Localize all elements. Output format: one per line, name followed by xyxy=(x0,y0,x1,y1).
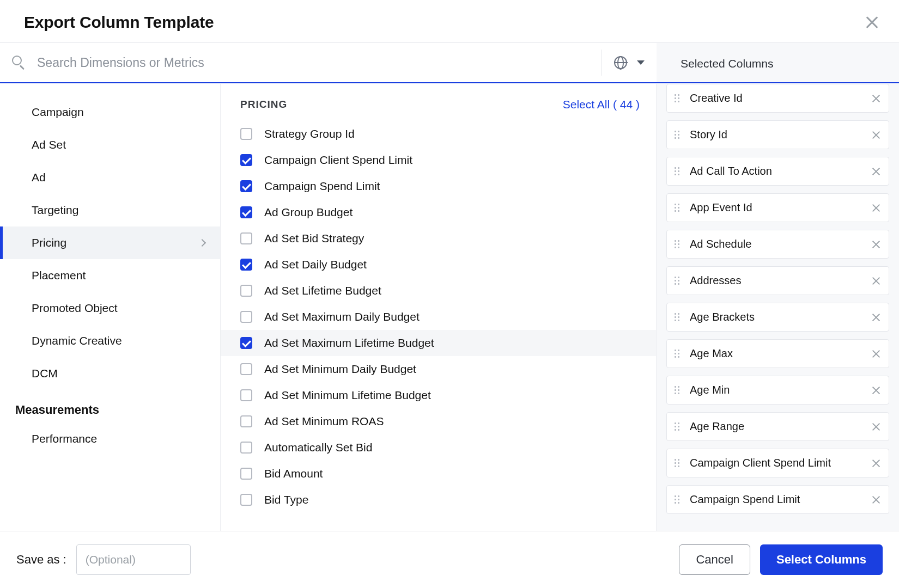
remove-icon[interactable] xyxy=(871,385,881,395)
drag-handle-icon[interactable] xyxy=(675,277,682,285)
checkbox[interactable] xyxy=(240,206,252,218)
selected-chip[interactable]: App Event Id xyxy=(666,193,889,222)
option-label: Campaign Client Spend Limit xyxy=(264,154,412,167)
nav-item[interactable]: DCM xyxy=(0,357,220,390)
option-row[interactable]: Ad Set Daily Budget xyxy=(221,252,656,278)
close-icon[interactable] xyxy=(864,15,879,30)
checkbox[interactable] xyxy=(240,154,252,166)
selected-chip[interactable]: Ad Call To Action xyxy=(666,157,889,186)
globe-icon xyxy=(614,56,627,69)
remove-icon[interactable] xyxy=(871,130,881,140)
selected-chip[interactable]: Campaign Spend Limit xyxy=(666,485,889,514)
drag-handle-icon[interactable] xyxy=(675,240,682,248)
option-row[interactable]: Ad Set Maximum Daily Budget xyxy=(221,304,656,330)
option-row[interactable]: Bid Amount xyxy=(221,461,656,487)
nav-item[interactable]: Campaign xyxy=(0,96,220,128)
option-label: Automatically Set Bid xyxy=(264,441,372,454)
nav-item[interactable]: Promoted Object xyxy=(0,292,220,324)
scope-dropdown[interactable] xyxy=(602,43,657,82)
checkbox[interactable] xyxy=(240,232,252,244)
drag-handle-icon[interactable] xyxy=(675,204,682,212)
selected-chip-label: Age Range xyxy=(690,420,871,433)
option-label: Ad Set Minimum ROAS xyxy=(264,415,384,428)
select-all-link[interactable]: Select All ( 44 ) xyxy=(563,98,640,111)
search-icon xyxy=(12,56,26,70)
remove-icon[interactable] xyxy=(871,276,881,286)
remove-icon[interactable] xyxy=(871,495,881,505)
checkbox[interactable] xyxy=(240,259,252,271)
nav-item[interactable]: Placement xyxy=(0,259,220,292)
drag-handle-icon[interactable] xyxy=(675,167,682,175)
checkbox[interactable] xyxy=(240,442,252,454)
selected-chip[interactable]: Age Max xyxy=(666,339,889,368)
option-row[interactable]: Ad Set Minimum Lifetime Budget xyxy=(221,382,656,408)
selected-chip-label: Campaign Spend Limit xyxy=(690,493,871,506)
checkbox[interactable] xyxy=(240,180,252,192)
checkbox[interactable] xyxy=(240,389,252,401)
nav-item[interactable]: Dynamic Creative xyxy=(0,324,220,357)
remove-icon[interactable] xyxy=(871,167,881,176)
option-row[interactable]: Bid Type xyxy=(221,487,656,513)
selected-chip[interactable]: Age Min xyxy=(666,376,889,405)
selected-chip[interactable]: Age Range xyxy=(666,412,889,441)
nav-item[interactable]: Pricing xyxy=(0,226,220,259)
drag-handle-icon[interactable] xyxy=(675,386,682,394)
option-row[interactable]: Ad Set Minimum Daily Budget xyxy=(221,356,656,382)
option-row[interactable]: Strategy Group Id xyxy=(221,121,656,147)
remove-icon[interactable] xyxy=(871,313,881,322)
nav-section-heading: Measurements xyxy=(0,390,220,422)
selected-chip[interactable]: Age Brackets xyxy=(666,303,889,332)
checkbox[interactable] xyxy=(240,128,252,140)
option-row[interactable]: Ad Set Minimum ROAS xyxy=(221,408,656,434)
remove-icon[interactable] xyxy=(871,458,881,468)
drag-handle-icon[interactable] xyxy=(675,94,682,102)
option-row[interactable]: Automatically Set Bid xyxy=(221,434,656,461)
selected-chip[interactable]: Addresses xyxy=(666,266,889,295)
save-as-input[interactable] xyxy=(76,544,191,575)
option-label: Ad Set Bid Strategy xyxy=(264,232,364,245)
nav-item[interactable]: Ad Set xyxy=(0,128,220,161)
selected-chip-label: Age Min xyxy=(690,384,871,396)
remove-icon[interactable] xyxy=(871,422,881,432)
selected-chip-label: Ad Call To Action xyxy=(690,165,871,177)
select-columns-button[interactable]: Select Columns xyxy=(760,544,883,575)
checkbox[interactable] xyxy=(240,415,252,427)
checkbox[interactable] xyxy=(240,311,252,323)
selected-chip[interactable]: Ad Schedule xyxy=(666,230,889,259)
modal-title: Export Column Template xyxy=(24,13,214,32)
drag-handle-icon[interactable] xyxy=(675,422,682,431)
checkbox[interactable] xyxy=(240,337,252,349)
checkbox[interactable] xyxy=(240,494,252,506)
option-row[interactable]: Ad Set Bid Strategy xyxy=(221,225,656,252)
option-row[interactable]: Ad Set Lifetime Budget xyxy=(221,278,656,304)
remove-icon[interactable] xyxy=(871,240,881,249)
option-label: Bid Amount xyxy=(264,467,323,480)
search-input[interactable] xyxy=(36,55,590,71)
checkbox[interactable] xyxy=(240,468,252,480)
option-row[interactable]: Ad Group Budget xyxy=(221,199,656,225)
selected-chip[interactable]: Creative Id xyxy=(666,84,889,113)
selected-chip[interactable]: Campaign Client Spend Limit xyxy=(666,449,889,477)
drag-handle-icon[interactable] xyxy=(675,350,682,358)
drag-handle-icon[interactable] xyxy=(675,131,682,139)
options-list: Strategy Group IdCampaign Client Spend L… xyxy=(221,121,656,531)
nav-item[interactable]: Ad xyxy=(0,161,220,194)
nav-item[interactable]: Performance xyxy=(0,422,220,455)
category-nav: CampaignAd SetAdTargetingPricingPlacemen… xyxy=(0,84,221,531)
checkbox[interactable] xyxy=(240,285,252,297)
cancel-button[interactable]: Cancel xyxy=(679,544,750,575)
option-row[interactable]: Campaign Spend Limit xyxy=(221,173,656,199)
selected-chip-label: App Event Id xyxy=(690,201,871,214)
remove-icon[interactable] xyxy=(871,94,881,103)
drag-handle-icon[interactable] xyxy=(675,459,682,467)
option-row[interactable]: Campaign Client Spend Limit xyxy=(221,147,656,173)
remove-icon[interactable] xyxy=(871,203,881,213)
drag-handle-icon[interactable] xyxy=(675,495,682,504)
option-row[interactable]: Ad Set Maximum Lifetime Budget xyxy=(221,330,656,356)
drag-handle-icon[interactable] xyxy=(675,313,682,321)
selected-chip[interactable]: Story Id xyxy=(666,120,889,149)
nav-item[interactable]: Targeting xyxy=(0,194,220,226)
checkbox[interactable] xyxy=(240,363,252,375)
selected-chip-label: Addresses xyxy=(690,274,871,287)
remove-icon[interactable] xyxy=(871,349,881,359)
